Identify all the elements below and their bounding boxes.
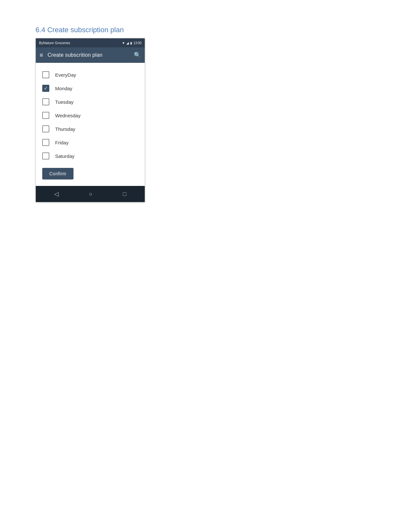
home-icon[interactable]: ○ (89, 191, 93, 198)
app-name-status: ByNature Groceries (39, 41, 70, 45)
day-label-monday: Monday (55, 86, 72, 91)
checkbox-saturday[interactable] (42, 152, 49, 160)
app-bar: ≡ Create subscrition plan 🔍 (36, 47, 145, 63)
app-bar-title: Create subscrition plan (48, 52, 134, 58)
day-label-thursday: Thursday (55, 126, 75, 132)
list-item-monday[interactable]: ✓ Monday (42, 82, 138, 95)
list-item-wednesday[interactable]: Wednesday (42, 109, 138, 122)
signal-icon: ◢ (126, 41, 129, 45)
checkbox-friday[interactable] (42, 139, 49, 146)
checkbox-monday[interactable]: ✓ (42, 85, 49, 92)
days-list: EveryDay ✓ Monday Tuesday Wednesday (42, 68, 138, 163)
content-area: EveryDay ✓ Monday Tuesday Wednesday (36, 63, 145, 186)
list-item-thursday[interactable]: Thursday (42, 122, 138, 136)
day-label-everyday: EveryDay (55, 72, 76, 78)
time-display: 13:00 (133, 41, 142, 45)
day-label-tuesday: Tuesday (55, 99, 73, 105)
status-icons: ▼ ◢ ▮ 13:00 (122, 41, 142, 45)
hamburger-icon[interactable]: ≡ (40, 52, 43, 59)
list-item-tuesday[interactable]: Tuesday (42, 95, 138, 109)
day-label-wednesday: Wednesday (55, 113, 81, 118)
checkbox-everyday[interactable] (42, 71, 49, 78)
list-item-friday[interactable]: Friday (42, 136, 138, 149)
status-bar: ByNature Groceries ▼ ◢ ▮ 13:00 (36, 38, 145, 47)
checkbox-wednesday[interactable] (42, 112, 49, 119)
checkbox-thursday[interactable] (42, 125, 49, 132)
list-item-everyday[interactable]: EveryDay (42, 68, 138, 82)
wifi-icon: ▼ (122, 41, 125, 45)
day-label-friday: Friday (55, 140, 69, 145)
battery-icon: ▮ (130, 41, 132, 45)
search-icon[interactable]: 🔍 (134, 52, 141, 59)
phone-frame: ByNature Groceries ▼ ◢ ▮ 13:00 ≡ Create … (35, 38, 145, 202)
checkbox-tuesday[interactable] (42, 98, 49, 105)
list-item-saturday[interactable]: Saturday (42, 149, 138, 163)
page-title: 6.4 Create subscription plan (35, 26, 411, 34)
back-icon[interactable]: ◁ (54, 190, 59, 198)
confirm-button[interactable]: Confirm (42, 168, 73, 179)
day-label-saturday: Saturday (55, 153, 74, 159)
recents-icon[interactable]: □ (123, 191, 126, 198)
checkmark-monday: ✓ (44, 86, 48, 91)
nav-bar: ◁ ○ □ (36, 186, 145, 202)
